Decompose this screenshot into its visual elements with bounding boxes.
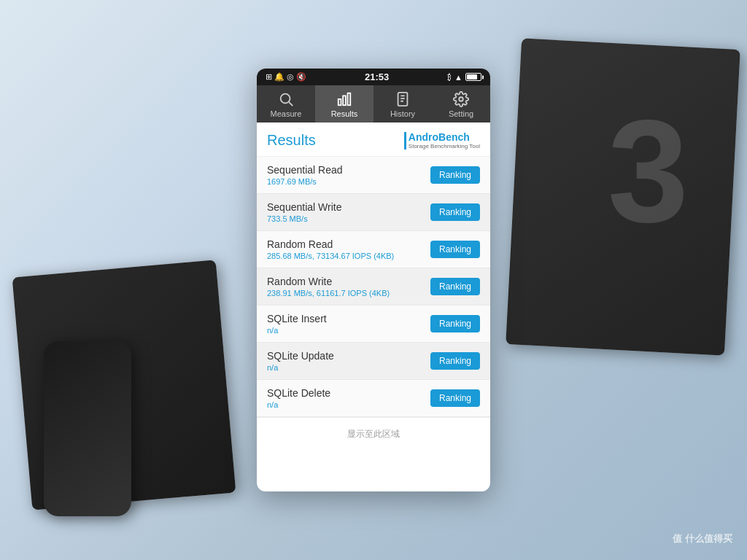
logo-sub: Storage Benchmarking Tool <box>409 143 480 150</box>
bench-name: SQLite Insert <box>267 313 327 324</box>
status-bar: ⊞ 🔔 ◎ 🔇 21:53 ₿ ▲ <box>257 69 490 85</box>
gear-icon <box>453 91 469 107</box>
tab-results[interactable]: Results <box>315 85 374 122</box>
tab-setting-label: Setting <box>449 109 473 118</box>
bench-value: 285.68 MB/s, 73134.67 IOPS (4KB) <box>267 252 394 260</box>
tab-setting[interactable]: Setting <box>432 85 490 122</box>
document-icon <box>395 91 411 107</box>
ranking-button[interactable]: Ranking <box>430 203 480 221</box>
bench-name: SQLite Delete <box>267 387 330 399</box>
svg-rect-4 <box>348 93 351 106</box>
ranking-button[interactable]: Ranking <box>430 241 480 258</box>
bench-row: Random Read285.68 MB/s, 73134.67 IOPS (4… <box>257 231 490 268</box>
ranking-button[interactable]: Ranking <box>430 166 480 184</box>
bench-row: SQLite Insertn/aRanking <box>257 306 490 343</box>
footer-text: 显示至此区域 <box>347 429 400 439</box>
results-header: Results AndroBench Storage Benchmarking … <box>257 122 490 157</box>
bench-info: SQLite Updaten/a <box>267 350 334 372</box>
bench-info: SQLite Insertn/a <box>267 313 327 335</box>
tab-history[interactable]: History <box>374 85 432 122</box>
status-right-icons: ₿ ▲ <box>447 73 481 82</box>
status-time: 21:53 <box>365 71 389 82</box>
svg-line-1 <box>289 102 293 106</box>
benchmark-list: Sequential Read1697.69 MB/sRankingSequen… <box>257 157 490 417</box>
bench-name: Random Write <box>267 276 390 287</box>
svg-point-0 <box>281 94 290 104</box>
nav-tabs: Measure Results History Se <box>257 85 490 122</box>
svg-point-9 <box>459 97 463 101</box>
battery-icon <box>465 73 481 81</box>
status-left-icons: ⊞ 🔔 ◎ 🔇 <box>266 72 306 82</box>
ranking-button[interactable]: Ranking <box>430 389 480 407</box>
bench-info: Sequential Read1697.69 MB/s <box>267 164 343 186</box>
bench-name: SQLite Update <box>267 350 334 362</box>
svg-rect-2 <box>338 99 341 105</box>
tab-results-label: Results <box>331 109 358 118</box>
bench-info: Random Write238.91 MB/s, 61161.7 IOPS (4… <box>267 276 390 298</box>
bench-value: 238.91 MB/s, 61161.7 IOPS (4KB) <box>267 289 390 298</box>
bench-row: SQLite Deleten/aRanking <box>257 380 490 417</box>
results-title: Results <box>267 132 316 149</box>
bench-row: SQLite Updaten/aRanking <box>257 343 490 380</box>
bench-value: n/a <box>267 400 330 409</box>
content-area: Results AndroBench Storage Benchmarking … <box>257 122 490 417</box>
logo-brand: AndroBench <box>409 131 480 143</box>
notification-icons: ⊞ 🔔 ◎ 🔇 <box>266 72 306 82</box>
bench-name: Sequential Write <box>267 201 341 213</box>
logo-text-container: AndroBench Storage Benchmarking Tool <box>409 131 480 150</box>
bench-row: Sequential Write733.5 MB/sRanking <box>257 194 490 231</box>
background-phone <box>44 341 131 516</box>
bench-name: Random Read <box>267 238 394 250</box>
bench-info: Random Read285.68 MB/s, 73134.67 IOPS (4… <box>267 238 394 260</box>
bench-row: Sequential Read1697.69 MB/sRanking <box>257 157 490 194</box>
watermark: 值 什么值得买 <box>673 532 732 545</box>
androbench-logo: AndroBench Storage Benchmarking Tool <box>404 131 480 150</box>
bench-name: Sequential Read <box>267 164 343 176</box>
phone-frame: ⊞ 🔔 ◎ 🔇 21:53 ₿ ▲ Measure Result <box>257 69 490 491</box>
bench-info: Sequential Write733.5 MB/s <box>267 201 341 223</box>
wifi-icon: ▲ <box>454 73 462 82</box>
bench-info: SQLite Deleten/a <box>267 387 330 409</box>
tab-measure[interactable]: Measure <box>257 85 315 122</box>
ranking-button[interactable]: Ranking <box>430 278 480 295</box>
phone-footer: 显示至此区域 <box>257 417 490 449</box>
background-number: 3 <box>608 88 689 255</box>
svg-rect-3 <box>343 96 346 105</box>
search-icon <box>278 91 294 107</box>
ranking-button[interactable]: Ranking <box>430 315 480 332</box>
ranking-button[interactable]: Ranking <box>430 352 480 370</box>
bluetooth-icon: ₿ <box>447 73 452 82</box>
bench-value: 733.5 MB/s <box>267 214 341 223</box>
bench-row: Random Write238.91 MB/s, 61161.7 IOPS (4… <box>257 268 490 306</box>
tab-measure-label: Measure <box>271 109 302 118</box>
chart-icon <box>336 91 352 107</box>
tab-history-label: History <box>390 109 415 118</box>
bench-value: 1697.69 MB/s <box>267 177 343 186</box>
logo-bar <box>404 132 406 149</box>
bench-value: n/a <box>267 363 334 372</box>
bench-value: n/a <box>267 326 327 335</box>
